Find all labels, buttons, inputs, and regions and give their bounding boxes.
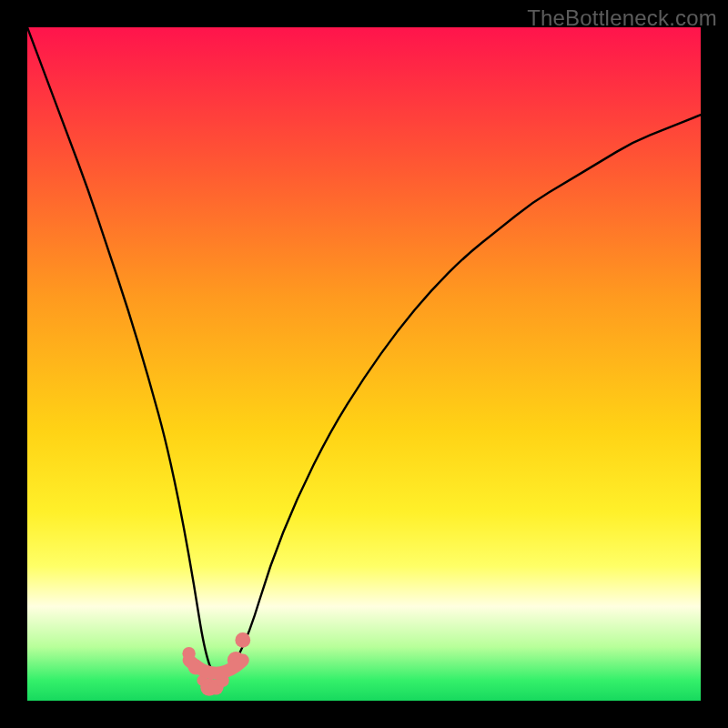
bottleneck-chart bbox=[27, 27, 701, 701]
watermark-text: TheBottleneck.com bbox=[527, 5, 717, 31]
chart-frame: TheBottleneck.com bbox=[0, 0, 728, 728]
chart-panel bbox=[27, 27, 701, 701]
chart-background bbox=[27, 27, 701, 701]
optimum-marker bbox=[235, 632, 250, 648]
